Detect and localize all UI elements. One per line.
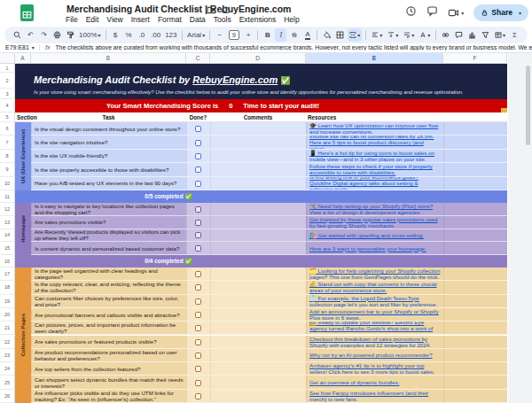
table-header-done[interactable]: Done?: [186, 112, 210, 121]
empty-cell[interactable]: [443, 295, 507, 307]
empty-cell[interactable]: [443, 203, 507, 215]
create-filter-button[interactable]: [480, 28, 491, 42]
empty-cell[interactable]: [443, 362, 507, 375]
section-label-cell[interactable]: Collection Pages: [15, 267, 31, 403]
meet-dropdown-icon[interactable]: ▾: [461, 10, 464, 16]
resource-link[interactable]: Why not try an AI-powered product recomm…: [309, 352, 433, 358]
resource-link[interactable]: Get inspired by these popular sales prom…: [309, 216, 441, 229]
comment-cell[interactable]: [210, 203, 306, 215]
resource-cell[interactable]: Here are 3 ways to personalize your home…: [306, 242, 443, 254]
comment-cell[interactable]: [210, 229, 306, 242]
paint-format-button[interactable]: [65, 28, 76, 42]
row-header-26[interactable]: 26: [0, 390, 15, 403]
menu-edit[interactable]: Edit: [86, 14, 99, 25]
checkbox-unchecked[interactable]: [195, 271, 201, 277]
menu-data[interactable]: Data: [190, 14, 206, 25]
resource-cell[interactable]: Get inspired by these popular sales prom…: [306, 216, 443, 229]
task-cell[interactable]: Can shoppers select dynamic bundles that…: [31, 376, 186, 388]
empty-cell[interactable]: [443, 322, 507, 334]
task-cell[interactable]: Is the page well organized with clear he…: [31, 267, 186, 280]
fill-color-button[interactable]: [321, 28, 332, 42]
table-options-button[interactable]: ▾: [493, 28, 507, 42]
task-cell[interactable]: Have you A/B-tested any UX elements in t…: [31, 177, 186, 190]
resource-link[interactable]: 🛍️ Get started with upselling and cross-…: [309, 232, 424, 238]
resource-link[interactable]: Here are 3 ways to personalize your home…: [309, 245, 426, 252]
row-header-6[interactable]: 6: [0, 122, 15, 136]
resource-cell[interactable]: Follow these steps to check if your stor…: [306, 163, 443, 175]
empty-cell[interactable]: [443, 390, 507, 402]
insert-comment-button[interactable]: [453, 28, 465, 42]
resource-cell[interactable]: Is A/B testing one of your ecommerce goa…: [306, 177, 443, 190]
print-button[interactable]: [51, 28, 63, 42]
empty-cell[interactable]: [443, 336, 507, 348]
menu-file[interactable]: File: [66, 14, 78, 25]
resource-cell[interactable]: Checkout this breakdown of sales promoti…: [306, 336, 443, 348]
menu-tools[interactable]: Tools: [214, 14, 231, 25]
comment-cell[interactable]: [210, 136, 306, 148]
empty-cell[interactable]: [443, 177, 507, 190]
merge-cells-button[interactable]: ▾: [348, 28, 362, 42]
checkbox-unchecked[interactable]: [195, 126, 201, 132]
comment-cell[interactable]: [210, 122, 306, 135]
task-cell[interactable]: Are top sellers from the collection feat…: [31, 362, 186, 375]
task-cell[interactable]: Are influencer picks visible and do they…: [31, 390, 186, 402]
empty-cell[interactable]: [443, 376, 507, 388]
zoom-select[interactable]: 100%▾: [78, 28, 102, 42]
strikethrough-button[interactable]: S: [288, 28, 300, 42]
checkbox-unchecked[interactable]: [195, 220, 201, 226]
row-header-25[interactable]: 25: [0, 376, 15, 389]
resource-cell[interactable]: Why not try an AI-powered product recomm…: [306, 349, 443, 361]
row-header-13[interactable]: 13: [0, 216, 15, 229]
task-cell[interactable]: Is the visual design consistent througho…: [31, 122, 186, 135]
comment-cell[interactable]: [210, 349, 306, 361]
row-header-2[interactable]: 2: [0, 73, 15, 89]
comment-cell[interactable]: [210, 150, 306, 162]
checkbox-unchecked[interactable]: [195, 167, 201, 173]
empty-cell[interactable]: [443, 163, 507, 175]
share-dropdown-icon[interactable]: ▾: [519, 10, 521, 16]
menu-extensions[interactable]: Extensions: [239, 14, 277, 25]
resource-cell[interactable]: 🖼️ Ready to update your website? Electri…: [306, 322, 443, 334]
resource-link[interactable]: 👕 For example, the Liquid Death Tees+Top…: [309, 295, 441, 307]
namebox-dropdown-icon[interactable]: ▾: [32, 44, 35, 50]
comment-cell[interactable]: [210, 281, 306, 293]
column-header-A[interactable]: A: [15, 53, 31, 64]
banner-title-link[interactable]: RebuyEngine.com: [192, 74, 278, 85]
task-cell[interactable]: Can customers filter choices by preferen…: [31, 295, 186, 307]
task-cell[interactable]: Can pictures, prices, and important prod…: [31, 322, 186, 334]
column-header-D[interactable]: D: [210, 53, 306, 64]
menu-insert[interactable]: Insert: [131, 14, 150, 25]
empty-cell[interactable]: [443, 122, 507, 135]
checkbox-unchecked[interactable]: [195, 140, 201, 146]
font-size-input[interactable]: 9: [227, 28, 240, 42]
empty-cell[interactable]: [443, 308, 507, 321]
resource-link[interactable]: 🛠️ Need help setting up your Shopify (Pl…: [309, 203, 441, 215]
checkbox-unchecked[interactable]: [195, 245, 201, 252]
resource-cell[interactable]: 🎓 Learn how UX optimization can improve …: [306, 122, 443, 135]
task-cell[interactable]: Is the copy relevant, clear, and enticin…: [31, 281, 186, 293]
share-button[interactable]: Share ▾: [473, 4, 528, 21]
comment-cell[interactable]: [210, 322, 306, 334]
resource-cell[interactable]: 👕 For example, the Liquid Death Tees+Top…: [306, 295, 443, 307]
row-header-20[interactable]: 20: [0, 308, 15, 322]
row-header-19[interactable]: 19: [0, 295, 15, 308]
row-header-11[interactable]: 11: [0, 190, 15, 203]
column-header-B[interactable]: B: [31, 53, 186, 64]
empty-cell[interactable]: [443, 281, 507, 293]
select-all-corner[interactable]: [0, 53, 15, 64]
table-header-task[interactable]: Task: [31, 112, 186, 121]
search-icon[interactable]: [12, 28, 23, 42]
row-header-1[interactable]: 1: [0, 64, 15, 73]
resource-cell[interactable]: 🛠️ Need help setting up your Shopify (Pl…: [306, 203, 443, 215]
row-header-5[interactable]: 5: [0, 112, 15, 122]
task-cell[interactable]: Are sales promotions or featured product…: [31, 336, 186, 348]
row-header-24[interactable]: 24: [0, 362, 15, 376]
comment-cell[interactable]: [210, 295, 306, 307]
checkbox-unchecked[interactable]: [195, 325, 201, 331]
vertical-scrollbar[interactable]: [526, 66, 530, 145]
comments-icon[interactable]: [426, 4, 438, 20]
text-color-button[interactable]: A: [301, 28, 313, 42]
vertical-align-button[interactable]: ▾: [386, 28, 400, 42]
checkbox-unchecked[interactable]: [195, 393, 201, 399]
row-header-15[interactable]: 15: [0, 242, 15, 255]
